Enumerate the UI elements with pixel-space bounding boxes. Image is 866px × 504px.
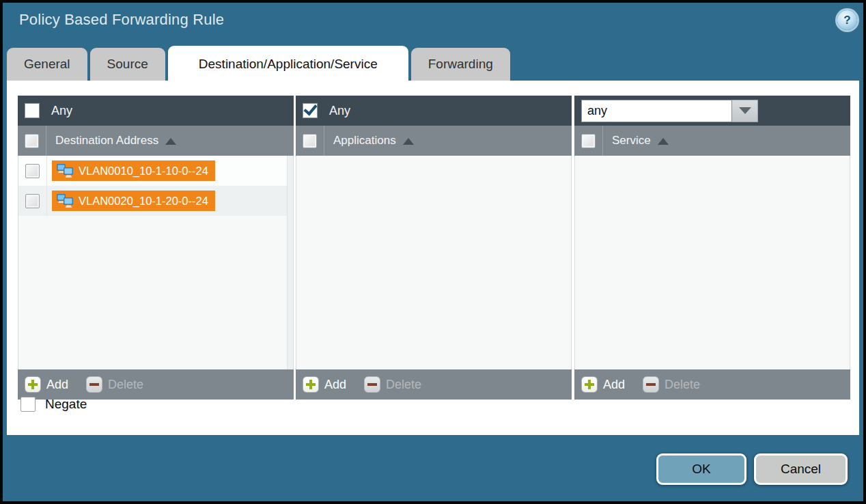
address-object-chip[interactable]: VLAN0020_10-1-20-0--24 xyxy=(52,191,215,211)
tab-content-panel: Any Destination Address VLAN0010_10-1-10… xyxy=(7,81,859,435)
applications-any-bar: Any xyxy=(296,96,572,126)
service-header: Service xyxy=(574,126,850,156)
applications-delete-button[interactable]: Delete xyxy=(364,376,421,393)
delete-label: Delete xyxy=(108,378,143,392)
service-column: any Service Add Delete xyxy=(574,96,850,400)
help-button[interactable]: ? xyxy=(837,10,857,30)
address-object-label: VLAN0020_10-1-20-0--24 xyxy=(79,195,208,208)
dialog-title: Policy Based Forwarding Rule xyxy=(19,11,224,29)
destination-any-label: Any xyxy=(51,104,72,118)
service-dropdown[interactable]: any xyxy=(581,100,758,122)
destination-address-list: VLAN0010_10-1-10-0--24 VLAN0020_10-1-20-… xyxy=(18,156,294,369)
service-footer: Add Delete xyxy=(574,369,850,400)
destination-header-label: Destination Address xyxy=(55,134,158,148)
network-address-icon xyxy=(56,163,74,178)
ok-button[interactable]: OK xyxy=(656,453,746,485)
row-checkbox[interactable] xyxy=(25,164,40,178)
cancel-button[interactable]: Cancel xyxy=(754,453,848,485)
applications-column: Any Applications Add Delete xyxy=(296,96,572,400)
applications-any-label: Any xyxy=(329,104,350,118)
service-dropdown-bar: any xyxy=(574,96,850,126)
negate-label: Negate xyxy=(45,397,87,412)
applications-footer: Add Delete xyxy=(296,369,572,400)
tab-general[interactable]: General xyxy=(7,48,87,81)
destination-footer: Add Delete xyxy=(18,369,294,400)
destination-address-header: Destination Address xyxy=(18,126,294,156)
sort-ascending-icon[interactable] xyxy=(403,138,414,145)
policy-based-forwarding-dialog: Policy Based Forwarding Rule ? General S… xyxy=(0,0,866,504)
chevron-down-icon xyxy=(739,107,751,114)
destination-any-bar: Any xyxy=(18,96,294,126)
tab-forwarding[interactable]: Forwarding xyxy=(411,48,510,81)
network-address-icon xyxy=(56,193,74,208)
add-label: Add xyxy=(46,378,68,392)
sort-ascending-icon[interactable] xyxy=(165,138,176,145)
tab-destination-application-service[interactable]: Destination/Application/Service xyxy=(168,46,408,81)
service-delete-button[interactable]: Delete xyxy=(643,376,700,393)
minus-icon xyxy=(643,376,659,393)
destination-select-all-checkbox[interactable] xyxy=(25,134,39,148)
applications-list xyxy=(296,156,572,369)
minus-icon xyxy=(364,376,380,393)
question-mark-icon: ? xyxy=(843,14,850,26)
tab-bar: General Source Destination/Application/S… xyxy=(7,48,513,81)
tab-source[interactable]: Source xyxy=(90,48,165,81)
row-checkbox[interactable] xyxy=(25,194,40,208)
plus-icon xyxy=(581,376,598,393)
applications-header-label: Applications xyxy=(333,134,396,148)
applications-any-checkbox[interactable] xyxy=(303,103,318,118)
negate-checkbox[interactable] xyxy=(20,397,36,412)
table-row: VLAN0010_10-1-10-0--24 xyxy=(18,156,293,186)
add-label: Add xyxy=(603,378,625,392)
applications-add-button[interactable]: Add xyxy=(303,376,346,393)
service-dropdown-button[interactable] xyxy=(732,100,758,122)
destination-add-button[interactable]: Add xyxy=(25,376,68,393)
destination-delete-button[interactable]: Delete xyxy=(86,376,143,393)
address-object-chip[interactable]: VLAN0010_10-1-10-0--24 xyxy=(52,160,215,181)
service-select-all-checkbox[interactable] xyxy=(581,134,596,148)
destination-any-checkbox[interactable] xyxy=(25,103,40,118)
destination-address-column: Any Destination Address VLAN0010_10-1-10… xyxy=(18,96,294,400)
delete-label: Delete xyxy=(386,378,421,392)
address-object-label: VLAN0010_10-1-10-0--24 xyxy=(79,165,208,178)
minus-icon xyxy=(86,376,102,393)
plus-icon xyxy=(25,376,41,393)
add-label: Add xyxy=(324,378,346,392)
service-list xyxy=(574,156,850,369)
applications-header: Applications xyxy=(296,126,572,156)
delete-label: Delete xyxy=(665,378,700,392)
service-add-button[interactable]: Add xyxy=(581,376,625,393)
table-row: VLAN0020_10-1-20-0--24 xyxy=(18,186,293,216)
applications-select-all-checkbox[interactable] xyxy=(303,134,317,148)
plus-icon xyxy=(303,376,319,393)
service-dropdown-value[interactable]: any xyxy=(581,100,732,122)
sort-ascending-icon[interactable] xyxy=(658,138,669,145)
negate-checkbox-row[interactable]: Negate xyxy=(20,397,87,412)
service-header-label: Service xyxy=(612,134,651,148)
